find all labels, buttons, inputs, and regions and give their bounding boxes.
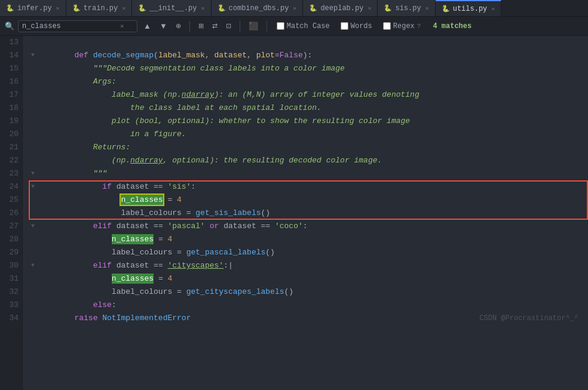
line-num-19: 19: [2, 115, 19, 128]
line-num-17: 17: [2, 88, 19, 102]
fold-icon-32: [29, 285, 37, 299]
python-icon: 🐍: [218, 4, 226, 12]
tab-label: utils.py: [453, 5, 488, 13]
code-content: ▼ def decode_segmap(label_mask, dataset,…: [24, 36, 588, 390]
line-num-14: 14: [2, 49, 19, 62]
tab-deeplab-py[interactable]: 🐍 deeplab.py ✕: [303, 0, 378, 16]
line-num-21: 21: [2, 141, 19, 154]
fold-icon-14[interactable]: ▼: [29, 49, 37, 62]
tab-close-icon[interactable]: ✕: [122, 5, 125, 12]
fold-icon-25: [29, 194, 37, 207]
tab-close-icon[interactable]: ✕: [425, 5, 429, 12]
tab-train-py[interactable]: 🐍 train.py ✕: [66, 0, 133, 16]
regex-checkbox[interactable]: [383, 22, 391, 30]
tab-combine-dbs-py[interactable]: 🐍 combine_dbs.py ✕: [212, 0, 304, 16]
line-num-22: 22: [2, 154, 19, 167]
fold-icon-31: [29, 272, 37, 285]
line-num-15: 15: [2, 62, 19, 75]
python-icon: 🐍: [138, 4, 146, 12]
tab-close-icon[interactable]: ✕: [491, 5, 495, 13]
search-expand-button[interactable]: ⊕: [173, 21, 183, 31]
line-num-32: 32: [2, 285, 19, 299]
search-funnel-button[interactable]: ⬛: [246, 20, 261, 32]
line-num-24: 24: [2, 180, 19, 194]
line-num-33: 33: [2, 299, 19, 312]
separator2: [240, 21, 240, 32]
tab-infer-py[interactable]: 🐍 infer.py ✕: [0, 0, 66, 16]
fold-icon-29: [29, 246, 37, 259]
python-icon: 🐍: [384, 4, 392, 12]
fold-icon-17: [29, 88, 37, 102]
line-num-31: 31: [2, 272, 19, 285]
tab-sis-py[interactable]: 🐍 sis.py ✕: [378, 0, 435, 16]
regex-option[interactable]: Regex ?: [379, 21, 425, 32]
line-num-13: 13: [2, 36, 19, 49]
tab-close-icon[interactable]: ✕: [201, 5, 205, 12]
search-filter-select-button[interactable]: ⊡: [223, 21, 234, 31]
fold-icon-13: [29, 36, 37, 49]
tab-label: infer.py: [17, 4, 52, 13]
separator3: [267, 21, 267, 32]
line-num-34: 34: [2, 312, 19, 325]
tab-label: sis.py: [395, 4, 421, 13]
line-num-20: 20: [2, 128, 19, 141]
tab-label: deeplab.py: [320, 4, 363, 13]
line-num-27: 27: [2, 220, 19, 233]
search-filter-add-button[interactable]: ⊞: [196, 21, 206, 31]
words-option[interactable]: Words: [337, 21, 376, 32]
search-prev-button[interactable]: ▲: [141, 20, 154, 32]
tab-bar: 🐍 infer.py ✕ 🐍 train.py ✕ 🐍 __init__.py …: [0, 0, 588, 17]
fold-icon-30[interactable]: ▼: [29, 259, 37, 272]
fold-icon-15: [29, 62, 37, 75]
fold-icon-18: [29, 102, 37, 115]
fold-icon-24[interactable]: ▼: [29, 180, 37, 194]
search-mode-icon: 🔍: [5, 22, 14, 31]
match-case-checkbox[interactable]: [277, 22, 284, 30]
fold-icon-22: [29, 154, 37, 167]
python-icon: 🐍: [309, 4, 317, 12]
tab-close-icon[interactable]: ✕: [368, 5, 371, 12]
code-line-33: else:: [29, 299, 588, 312]
search-input[interactable]: [22, 22, 118, 30]
code-line-34: raise NotImplementedError CSDN @Procrast…: [29, 312, 588, 325]
search-bar: 🔍 ✕ ▲ ▼ ⊕ ⊞ ⇄ ⊡ ⬛ Match Case Words Regex…: [0, 17, 588, 36]
fold-icon-26: [29, 207, 37, 220]
line-num-30: 30: [2, 259, 19, 272]
line-num-29: 29: [2, 246, 19, 259]
watermark: CSDN @Procrastinator^_^: [479, 312, 588, 325]
fold-icon-34: [29, 312, 37, 325]
fold-icon-23[interactable]: ▼: [29, 167, 37, 180]
clear-search-icon[interactable]: ✕: [120, 22, 124, 30]
tab-label: combine_dbs.py: [229, 4, 289, 13]
tab-close-icon[interactable]: ✕: [56, 5, 60, 12]
python-icon: 🐍: [6, 4, 14, 12]
code-text-34: raise NotImplementedError CSDN @Procrast…: [37, 312, 588, 325]
tab-utils-py[interactable]: 🐍 utils.py ✕: [436, 0, 502, 16]
fold-icon-27[interactable]: ▼: [29, 220, 37, 233]
tab-close-icon[interactable]: ✕: [293, 5, 296, 12]
search-input-wrapper: ✕: [18, 20, 137, 32]
search-next-button[interactable]: ▼: [157, 20, 170, 32]
python-icon: 🐍: [442, 5, 450, 13]
tab-init-py[interactable]: 🐍 __init__.py ✕: [132, 0, 211, 16]
python-icon: 🐍: [72, 4, 81, 12]
fold-icon-21: [29, 141, 37, 154]
line-numbers: 13 14 15 16 17 18 19 20 21 22 23 24 25 2…: [0, 36, 24, 390]
line-num-28: 28: [2, 233, 19, 246]
match-case-option[interactable]: Match Case: [273, 21, 333, 32]
line-num-23: 23: [2, 167, 19, 180]
line-num-25: 25: [2, 194, 19, 207]
regex-help-icon[interactable]: ?: [417, 23, 421, 30]
line-num-26: 26: [2, 207, 19, 220]
match-count: 4 matches: [433, 22, 471, 30]
words-checkbox[interactable]: [341, 22, 348, 30]
words-label: Words: [351, 22, 372, 30]
separator: [189, 21, 190, 32]
search-filter-swap-button[interactable]: ⇄: [210, 21, 220, 31]
fold-icon-33: [29, 299, 37, 312]
tab-label: train.py: [84, 4, 118, 13]
fold-icon-16: [29, 75, 37, 88]
match-case-label: Match Case: [287, 22, 330, 30]
regex-label: Regex: [393, 22, 415, 30]
line-num-18: 18: [2, 102, 19, 115]
